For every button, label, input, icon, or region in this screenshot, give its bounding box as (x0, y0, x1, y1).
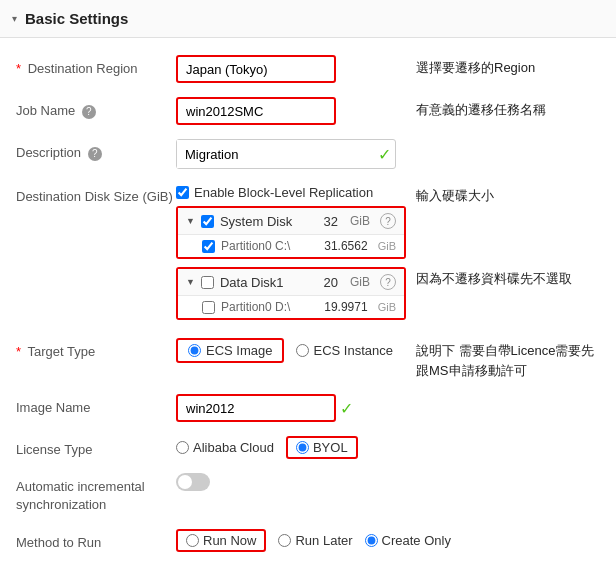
image-name-input[interactable] (176, 394, 336, 422)
target-type-row: * Target Type ECS Image ECS Instance 說明下… (0, 331, 616, 387)
license-type-control: Alibaba Cloud BYOL (176, 436, 600, 459)
create-only-radio[interactable] (365, 534, 378, 547)
description-row: Description ? ✓ (0, 132, 616, 176)
destination-region-row: * Destination Region 選擇要遷移的Region (0, 48, 616, 90)
enable-block-checkbox[interactable] (176, 186, 189, 199)
license-type-label: License Type (16, 436, 176, 459)
disk-size-annotation: 輸入硬碟大小 (416, 183, 572, 206)
description-check-icon: ✓ (378, 145, 395, 164)
data-disk1-checkbox[interactable] (201, 276, 214, 289)
partition0-c-checkbox[interactable] (202, 240, 215, 253)
toggle-knob (178, 475, 192, 489)
description-label: Description ? (16, 139, 176, 162)
description-control: ✓ (176, 139, 600, 169)
destination-region-label: * Destination Region (16, 55, 176, 78)
job-name-info-icon[interactable]: ? (82, 105, 96, 119)
data-disk1-section: ▼ Data Disk1 20 GiB ? Partition0 D:\ 19.… (176, 267, 406, 320)
image-name-row: Image Name ✓ (0, 387, 616, 429)
system-disk-help-icon[interactable]: ? (380, 213, 396, 229)
image-name-control: ✓ (176, 394, 600, 422)
job-name-annotation: 有意義的遷移任務名稱 (416, 97, 546, 120)
section-title: Basic Settings (25, 10, 128, 27)
job-name-input[interactable] (176, 97, 336, 125)
system-disk-section: ▼ System Disk 32 GiB ? Partition0 C:\ 31… (176, 206, 406, 259)
ecs-image-box: ECS Image (176, 338, 284, 363)
ecs-instance-radio[interactable] (296, 344, 309, 357)
auto-sync-control (176, 473, 600, 491)
data-disk1-header[interactable]: ▼ Data Disk1 20 GiB ? (178, 269, 404, 295)
auto-sync-label: Automatic incremental synchronization (16, 473, 176, 514)
auto-sync-row: Automatic incremental synchronization (0, 466, 616, 521)
ecs-instance-option[interactable]: ECS Instance (296, 343, 393, 358)
image-name-label: Image Name (16, 394, 176, 417)
region-annotation: 選擇要遷移的Region (416, 55, 535, 78)
partition0-d-checkbox[interactable] (202, 301, 215, 314)
disk-size-row: Destination Disk Size (GiB) Enable Block… (0, 176, 616, 331)
alibaba-cloud-radio[interactable] (176, 441, 189, 454)
ecs-image-radio[interactable] (188, 344, 201, 357)
section-header: ▾ Basic Settings (0, 0, 616, 38)
target-type-left: * Target Type ECS Image ECS Instance (16, 338, 406, 363)
method-to-run-label: Method to Run (16, 529, 176, 552)
data-disk1-arrow-icon: ▼ (186, 277, 195, 287)
disk-size-control: Enable Block-Level Replication ▼ System … (176, 183, 406, 324)
job-name-label: Job Name ? (16, 97, 176, 120)
ecs-instance-label: ECS Instance (313, 343, 393, 358)
destination-region-input[interactable] (176, 55, 336, 83)
image-name-check-icon: ✓ (340, 399, 357, 418)
form-body: * Destination Region 選擇要遷移的Region Job Na… (0, 38, 616, 569)
partition0-c-row: Partition0 C:\ 31.6562 GiB (178, 234, 404, 257)
target-type-control: ECS Image ECS Instance (176, 338, 406, 363)
byol-radio[interactable] (296, 441, 309, 454)
system-disk-checkbox[interactable] (201, 215, 214, 228)
job-name-control (176, 97, 406, 125)
create-only-label: Create Only (382, 533, 451, 548)
run-now-label: Run Now (203, 533, 256, 548)
job-name-row: Job Name ? 有意義的遷移任務名稱 (0, 90, 616, 132)
disk-size-left: Destination Disk Size (GiB) Enable Block… (16, 183, 406, 324)
byol-label: BYOL (313, 440, 348, 455)
system-disk-arrow-icon: ▼ (186, 216, 195, 226)
description-info-icon[interactable]: ? (88, 147, 102, 161)
system-disk-header[interactable]: ▼ System Disk 32 GiB ? (178, 208, 404, 234)
method-to-run-row: Method to Run Run Now Run Later Create O… (0, 522, 616, 559)
job-name-left: Job Name ? (16, 97, 406, 125)
ecs-image-label: ECS Image (206, 343, 272, 358)
alibaba-cloud-label: Alibaba Cloud (193, 440, 274, 455)
run-now-box: Run Now (176, 529, 266, 552)
alibaba-cloud-option[interactable]: Alibaba Cloud (176, 440, 274, 455)
destination-region-left: * Destination Region (16, 55, 406, 83)
create-only-option[interactable]: Create Only (365, 533, 451, 548)
byol-option[interactable]: BYOL (286, 436, 358, 459)
run-now-radio[interactable] (186, 534, 199, 547)
destination-region-control (176, 55, 406, 83)
target-type-label: * Target Type (16, 338, 176, 361)
license-type-row: License Type Alibaba Cloud BYOL (0, 429, 616, 466)
target-type-annotation: 說明下 需要自帶Licence需要先跟MS申請移動許可 (416, 338, 600, 380)
disk-size-label: Destination Disk Size (GiB) (16, 183, 176, 206)
method-to-run-group: Run Now Run Later Create Only (176, 529, 451, 552)
description-input[interactable] (177, 140, 378, 168)
data-disk1-help-icon[interactable]: ? (380, 274, 396, 290)
partition0-d-row: Partition0 D:\ 19.9971 GiB (178, 295, 404, 318)
chevron-down-icon: ▾ (12, 13, 17, 24)
auto-sync-toggle[interactable] (176, 473, 210, 491)
data-disk-annotation: 因為不遷移資料碟先不選取 (416, 266, 572, 289)
run-later-option[interactable]: Run Later (278, 533, 352, 548)
run-later-radio[interactable] (278, 534, 291, 547)
run-later-label: Run Later (295, 533, 352, 548)
